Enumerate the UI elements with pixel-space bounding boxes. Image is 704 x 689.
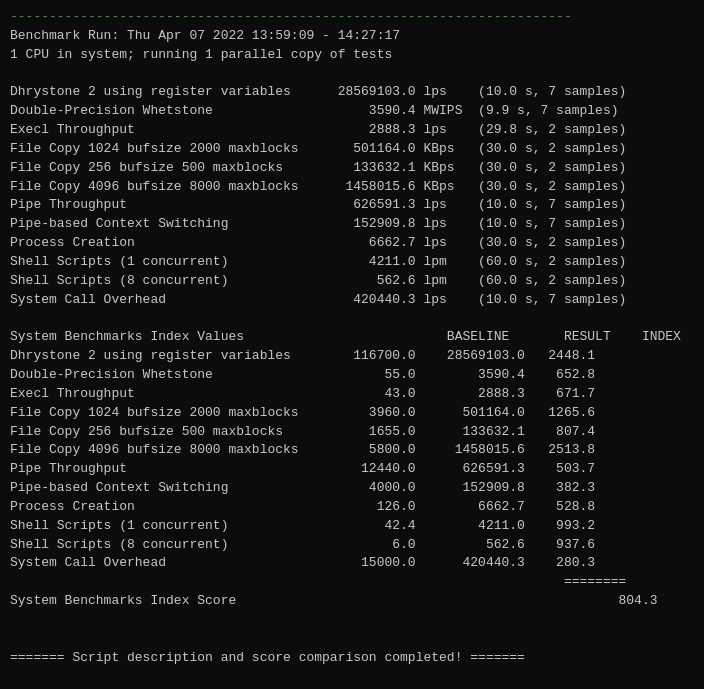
blank3 <box>10 611 694 630</box>
perf-row: Double-Precision Whetstone 3590.4 MWIPS … <box>10 102 694 121</box>
perf-row: Process Creation 6662.7 lps (30.0 s, 2 s… <box>10 234 694 253</box>
index-row: Dhrystone 2 using register variables 116… <box>10 347 694 366</box>
perf-row: Execl Throughput 2888.3 lps (29.8 s, 2 s… <box>10 121 694 140</box>
index-rows: Dhrystone 2 using register variables 116… <box>10 347 694 573</box>
perf-row: File Copy 1024 bufsize 2000 maxblocks 50… <box>10 140 694 159</box>
index-row: Pipe-based Context Switching 4000.0 1529… <box>10 479 694 498</box>
equals-separator: ======== <box>10 573 694 592</box>
blank1 <box>10 65 694 84</box>
perf-row: Shell Scripts (1 concurrent) 4211.0 lpm … <box>10 253 694 272</box>
score-line: System Benchmarks Index Score 804.3 <box>10 592 694 611</box>
index-row: Shell Scripts (1 concurrent) 42.4 4211.0… <box>10 517 694 536</box>
perf-rows: Dhrystone 2 using register variables 285… <box>10 83 694 309</box>
perf-row: File Copy 4096 bufsize 8000 maxblocks 14… <box>10 178 694 197</box>
perf-row: Pipe-based Context Switching 152909.8 lp… <box>10 215 694 234</box>
completion-line: ======= Script description and score com… <box>10 649 694 668</box>
index-row: Double-Precision Whetstone 55.0 3590.4 6… <box>10 366 694 385</box>
index-row: Execl Throughput 43.0 2888.3 671.7 <box>10 385 694 404</box>
blank4 <box>10 630 694 649</box>
index-row: System Call Overhead 15000.0 420440.3 28… <box>10 554 694 573</box>
index-row: File Copy 1024 bufsize 2000 maxblocks 39… <box>10 404 694 423</box>
perf-row: Shell Scripts (8 concurrent) 562.6 lpm (… <box>10 272 694 291</box>
run-info-line2: 1 CPU in system; running 1 parallel copy… <box>10 46 694 65</box>
perf-row: System Call Overhead 420440.3 lps (10.0 … <box>10 291 694 310</box>
index-row: Process Creation 126.0 6662.7 528.8 <box>10 498 694 517</box>
index-row: File Copy 4096 bufsize 8000 maxblocks 58… <box>10 441 694 460</box>
separator-line: ----------------------------------------… <box>10 8 694 27</box>
blank2 <box>10 310 694 329</box>
index-row: Pipe Throughput 12440.0 626591.3 503.7 <box>10 460 694 479</box>
perf-row: Dhrystone 2 using register variables 285… <box>10 83 694 102</box>
index-row: File Copy 256 bufsize 500 maxblocks 1655… <box>10 423 694 442</box>
index-header: System Benchmarks Index Values BASELINE … <box>10 328 694 347</box>
terminal-window: ----------------------------------------… <box>10 8 694 668</box>
index-row: Shell Scripts (8 concurrent) 6.0 562.6 9… <box>10 536 694 555</box>
perf-row: Pipe Throughput 626591.3 lps (10.0 s, 7 … <box>10 196 694 215</box>
run-info-line1: Benchmark Run: Thu Apr 07 2022 13:59:09 … <box>10 27 694 46</box>
perf-row: File Copy 256 bufsize 500 maxblocks 1336… <box>10 159 694 178</box>
